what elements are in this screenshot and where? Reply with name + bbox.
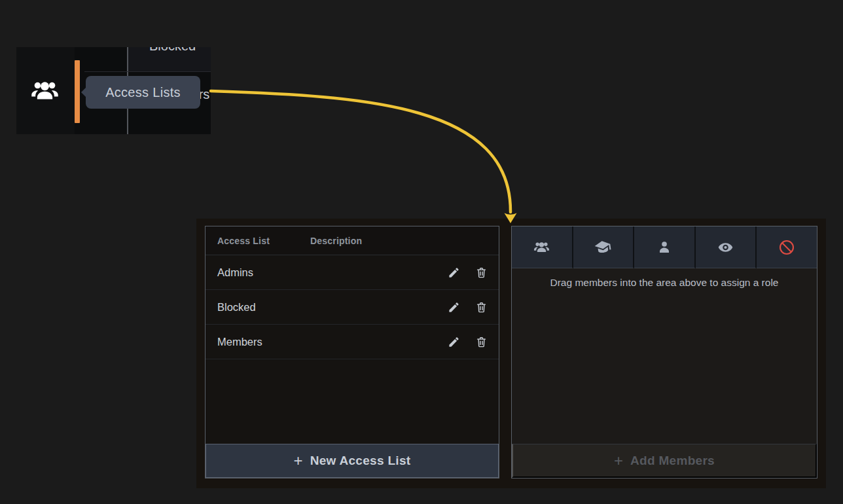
access-lists-tooltip: Access Lists xyxy=(86,76,200,109)
clipped-row-blocked: Blocked xyxy=(149,47,196,54)
access-lists-nav-button[interactable] xyxy=(29,77,60,105)
edit-pencil-icon[interactable] xyxy=(447,335,460,348)
row-separator xyxy=(84,71,211,72)
nav-inset: Blocked Members Access Lists xyxy=(16,47,211,134)
row-name: Blocked xyxy=(217,301,310,314)
people-group-icon xyxy=(29,77,60,105)
delete-trash-icon[interactable] xyxy=(475,335,488,348)
active-nav-indicator xyxy=(75,60,80,123)
table-header: Access List Description xyxy=(206,226,499,255)
edit-pencil-icon[interactable] xyxy=(447,266,460,279)
table-row-blocked[interactable]: Blocked xyxy=(206,290,499,325)
access-lists-panel: Access List Description Admins Blocked M… xyxy=(205,226,499,478)
edit-pencil-icon[interactable] xyxy=(447,300,460,314)
new-access-list-button[interactable]: + New Access List xyxy=(206,444,499,478)
column-header-access-list: Access List xyxy=(206,236,310,246)
add-members-button[interactable]: + Add Members xyxy=(512,444,817,478)
tooltip-label: Access Lists xyxy=(105,85,181,100)
role-cell-instructor[interactable] xyxy=(573,226,635,268)
blocked-icon xyxy=(778,239,795,256)
role-drop-strip xyxy=(512,226,817,268)
eye-icon xyxy=(717,240,734,255)
column-header-description: Description xyxy=(310,236,362,246)
table-row-members[interactable]: Members xyxy=(206,325,499,359)
new-access-list-label: New Access List xyxy=(310,454,411,468)
row-name: Admins xyxy=(217,266,310,279)
role-cell-blocked[interactable] xyxy=(757,226,817,268)
delete-trash-icon[interactable] xyxy=(475,300,488,314)
delete-trash-icon[interactable] xyxy=(475,266,488,279)
plus-icon: + xyxy=(614,453,623,469)
graduation-cap-icon xyxy=(594,239,611,256)
add-members-label: Add Members xyxy=(630,454,715,468)
role-cell-group[interactable] xyxy=(512,226,573,268)
table-row-admins[interactable]: Admins xyxy=(206,255,499,290)
role-cell-observer[interactable] xyxy=(696,226,757,268)
drop-hint-text: Drag members into the area above to assi… xyxy=(512,277,817,289)
row-name: Members xyxy=(217,336,310,348)
person-icon xyxy=(656,240,672,255)
tooltip-notch xyxy=(81,88,86,97)
plus-icon: + xyxy=(294,453,303,469)
group-icon xyxy=(533,240,550,255)
members-panel: Drag members into the area above to assi… xyxy=(511,226,817,478)
role-cell-member[interactable] xyxy=(634,226,696,268)
